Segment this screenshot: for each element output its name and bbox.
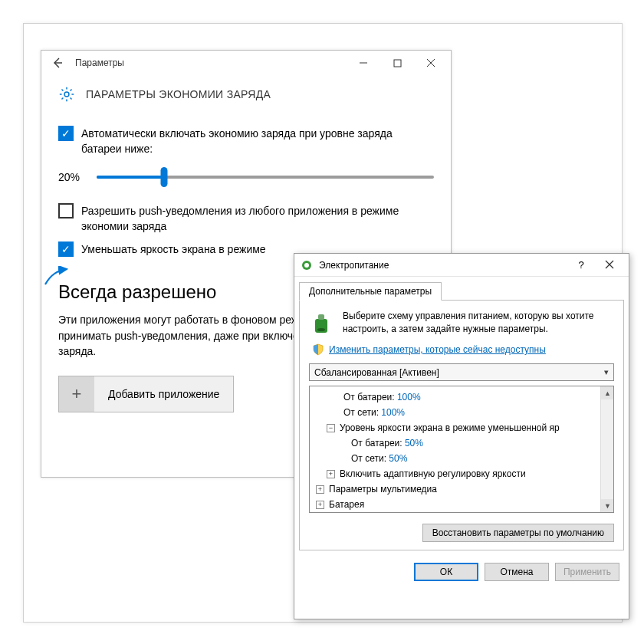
tab-strip: Дополнительные параметры [294, 277, 629, 300]
tree-label: От сети: [343, 406, 379, 419]
minimize-button[interactable] [347, 52, 380, 74]
svg-point-12 [317, 328, 325, 331]
slider-thumb[interactable] [161, 167, 168, 187]
add-app-label: Добавить приложение [94, 388, 233, 400]
close-button[interactable] [414, 52, 448, 74]
chevron-down-icon: ▾ [604, 367, 609, 377]
tree-label: Батарея [329, 498, 364, 511]
tree-row[interactable]: От сети: 100% [310, 405, 613, 420]
svg-rect-2 [394, 60, 401, 67]
dialog-controls: ? [570, 259, 624, 271]
battery-icon [309, 310, 335, 336]
allow-push-row: Разрешить push-уведомления из любого при… [58, 203, 434, 235]
restore-defaults-button[interactable]: Восстановить параметры по умолчанию [422, 524, 614, 542]
collapse-icon[interactable]: − [327, 424, 335, 432]
power-plan-value: Сбалансированная [Активен] [314, 367, 439, 378]
tree-value[interactable]: 50% [405, 436, 423, 450]
canvas: Параметры ПАРАМЕТРЫ ЭКОНОМИИ [23, 23, 623, 623]
svg-point-5 [64, 92, 69, 97]
tree-row[interactable]: От батареи: 100% [310, 389, 613, 405]
threshold-slider[interactable] [97, 176, 434, 179]
cancel-button[interactable]: Отмена [485, 563, 549, 581]
scroll-up-icon[interactable]: ▲ [601, 386, 614, 399]
expand-icon[interactable]: + [316, 501, 324, 509]
tree-row[interactable]: От сети: 50% [310, 451, 613, 466]
slider-fill [97, 176, 164, 179]
allow-push-label: Разрешить push-уведомления из любого при… [81, 203, 434, 235]
dialog-close-button[interactable] [595, 259, 624, 271]
threshold-slider-row: 20% [58, 171, 434, 183]
dialog-titlebar: Электропитание ? [294, 254, 629, 277]
tree-value[interactable]: 100% [397, 390, 421, 404]
expand-icon[interactable]: + [327, 470, 335, 478]
tree-value[interactable]: 50% [389, 452, 407, 465]
page-heading: ПАРАМЕТРЫ ЭКОНОМИИ ЗАРЯДА [86, 88, 271, 100]
tree-node-battery[interactable]: + Батарея [310, 497, 613, 512]
tree-label: От сети: [351, 452, 386, 465]
apply-button[interactable]: Применить [555, 563, 619, 581]
dialog-buttons: ОК Отмена Применить [294, 555, 629, 590]
allow-push-checkbox[interactable] [58, 203, 74, 219]
plus-icon: + [59, 376, 94, 412]
tab-advanced[interactable]: Дополнительные параметры [299, 282, 442, 301]
auto-enable-row: Автоматически включать экономию заряда п… [58, 126, 434, 157]
change-unavailable-link-row: Изменить параметры, которые сейчас недос… [312, 343, 614, 356]
expand-icon[interactable]: + [316, 485, 324, 494]
tab-panel: Выберите схему управления питанием, кото… [299, 300, 624, 550]
change-unavailable-link[interactable]: Изменить параметры, которые сейчас недос… [329, 344, 546, 355]
svg-rect-11 [318, 314, 324, 320]
tree-node-brightness[interactable]: − Уровень яркости экрана в режиме уменьш… [310, 420, 613, 435]
tree-label: Уровень яркости экрана в режиме уменьшен… [340, 421, 560, 435]
add-app-button[interactable]: + Добавить приложение [58, 376, 234, 412]
back-arrow-icon[interactable] [49, 54, 66, 71]
window-controls [347, 52, 448, 74]
tree-label: Включить адаптивную регулировку яркости [340, 467, 526, 481]
dialog-title: Электропитание [319, 260, 389, 271]
shield-icon [312, 343, 324, 356]
power-plan-select[interactable]: Сбалансированная [Активен] ▾ [309, 363, 614, 381]
svg-point-7 [304, 263, 309, 268]
scroll-down-icon[interactable]: ▼ [601, 499, 614, 512]
tree-node-multimedia[interactable]: + Параметры мультимедиа [310, 481, 613, 497]
settings-titlebar: Параметры [41, 51, 451, 75]
power-icon [301, 259, 313, 271]
tree-value[interactable]: 100% [381, 406, 405, 419]
settings-tree[interactable]: От батареи: 100% От сети: 100% − Уровень… [309, 386, 614, 513]
tree-label: Параметры мультимедиа [329, 482, 437, 496]
tree-row[interactable]: От батареи: 50% [310, 435, 613, 451]
tree-node-adaptive[interactable]: + Включить адаптивную регулировку яркост… [310, 466, 613, 481]
gear-icon [58, 86, 75, 103]
scrollbar[interactable]: ▲ ▼ [600, 386, 613, 512]
panel-description: Выберите схему управления питанием, кото… [343, 310, 614, 336]
threshold-value: 20% [58, 171, 97, 183]
dim-screen-label: Уменьшать яркость экрана в режиме [81, 242, 266, 257]
restore-row: Восстановить параметры по умолчанию [309, 524, 614, 542]
settings-header: ПАРАМЕТРЫ ЭКОНОМИИ ЗАРЯДА [41, 75, 451, 107]
window-title: Параметры [75, 58, 124, 68]
auto-enable-label: Автоматически включать экономию заряда п… [81, 126, 434, 157]
power-options-dialog: Электропитание ? Дополнительные параметр… [294, 253, 629, 619]
tree-label: От батареи: [343, 390, 395, 404]
help-button[interactable]: ? [570, 259, 592, 271]
ok-button[interactable]: ОК [414, 563, 478, 581]
tree-label: От батареи: [351, 436, 402, 450]
dim-screen-checkbox[interactable] [58, 242, 74, 257]
panel-header: Выберите схему управления питанием, кото… [309, 310, 614, 336]
maximize-button[interactable] [380, 52, 414, 74]
auto-enable-checkbox[interactable] [58, 126, 74, 141]
